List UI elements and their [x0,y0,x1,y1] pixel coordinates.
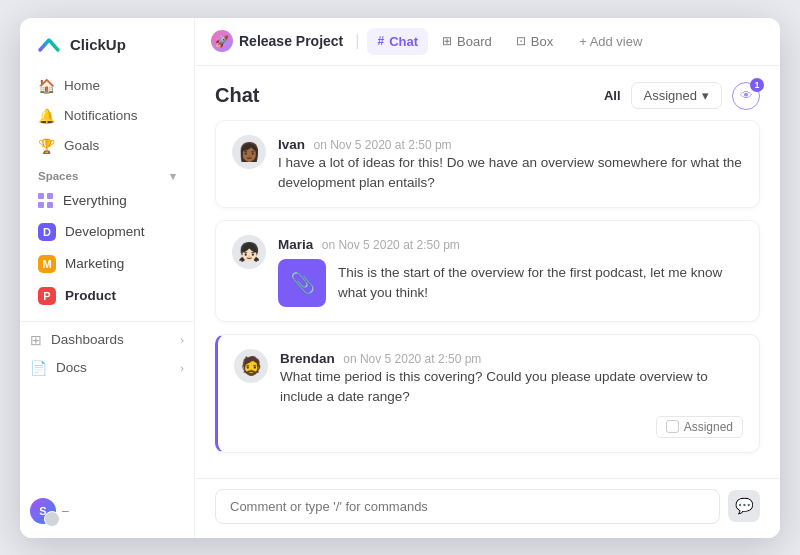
dashboards-chevron-icon: › [180,334,184,346]
sidebar-item-docs[interactable]: 📄 Docs › [20,354,194,382]
sidebar-item-development[interactable]: D Development [28,217,186,247]
development-badge: D [38,223,56,241]
home-icon: 🏠 [38,78,55,94]
project-badge: 🚀 Release Project [211,30,343,52]
avatar-small [44,511,60,527]
send-button[interactable]: 💬 [728,490,760,522]
sidebar: ClickUp 🏠 Home 🔔 Notifications 🏆 Goals S… [20,18,195,538]
add-view-button[interactable]: + Add view [569,29,652,54]
msg2-author: Maria [278,237,313,252]
logo-text: ClickUp [70,36,126,53]
project-name: Release Project [239,33,343,49]
msg3-content: Brendan on Nov 5 2020 at 2:50 pm What ti… [280,349,743,438]
chat-header: Chat All Assigned ▾ 👁 1 [195,66,780,120]
msg3-author: Brendan [280,351,335,366]
chevron-down-icon: ▾ [170,170,176,183]
sidebar-item-notifications-label: Notifications [64,108,138,123]
dashboards-icon: ⊞ [30,332,42,348]
logo-icon [36,32,62,58]
chat-title: Chat [215,84,259,107]
attachment-icon: 📎 [290,271,315,295]
eye-button[interactable]: 👁 1 [732,82,760,110]
tab-chat[interactable]: # Chat [367,28,428,55]
board-tab-icon: ⊞ [442,34,452,48]
ivan-avatar: 👩🏾 [232,135,266,169]
goals-icon: 🏆 [38,138,55,154]
eye-badge: 1 [750,78,764,92]
avatar: S [30,498,56,524]
sidebar-item-everything[interactable]: Everything [28,187,186,215]
msg1-author: Ivan [278,137,305,152]
main-content: 🚀 Release Project | # Chat ⊞ Board ⊡ Box… [195,18,780,538]
msg2-text: This is the start of the overview for th… [338,263,743,304]
msg1-meta: Ivan on Nov 5 2020 at 2:50 pm [278,135,743,153]
spaces-list: Everything D Development M Marketing P [20,187,194,311]
add-view-label: + Add view [579,34,642,49]
space-product-label: Product [65,288,116,303]
assigned-checkbox [666,420,679,433]
sidebar-item-goals-label: Goals [64,138,99,153]
tab-divider: | [355,32,359,50]
sidebar-item-home-label: Home [64,78,100,93]
msg2-time: on Nov 5 2020 at 2:50 pm [322,238,460,252]
tab-box[interactable]: ⊡ Box [506,28,563,55]
sidebar-item-marketing[interactable]: M Marketing [28,249,186,279]
msg3-assigned-row: Assigned [280,416,743,438]
tab-box-label: Box [531,34,553,49]
docs-chevron-icon: › [180,362,184,374]
chat-area: Chat All Assigned ▾ 👁 1 👩🏾 [195,66,780,538]
assigned-filter-button[interactable]: Assigned ▾ [631,82,722,109]
sidebar-item-home[interactable]: 🏠 Home [28,72,186,100]
msg1-content: Ivan on Nov 5 2020 at 2:50 pm I have a l… [278,135,743,194]
topbar: 🚀 Release Project | # Chat ⊞ Board ⊡ Box… [195,18,780,66]
comment-input[interactable] [215,489,720,524]
message-card: 👩🏾 Ivan on Nov 5 2020 at 2:50 pm I have … [215,120,760,209]
sidebar-item-goals[interactable]: 🏆 Goals [28,132,186,160]
msg3-meta: Brendan on Nov 5 2020 at 2:50 pm [280,349,743,367]
filter-all-button[interactable]: All [604,88,621,103]
eye-icon: 👁 [740,88,753,103]
logo-area: ClickUp [20,32,194,72]
project-icon: 🚀 [211,30,233,52]
assigned-tag-button[interactable]: Assigned [656,416,743,438]
user-name: – [62,504,69,518]
marketing-badge: M [38,255,56,273]
assigned-label: Assigned [684,420,733,434]
send-icon: 💬 [735,497,754,515]
product-badge: P [38,287,56,305]
sidebar-item-dashboards[interactable]: ⊞ Dashboards › [20,326,194,354]
msg1-time: on Nov 5 2020 at 2:50 pm [313,138,451,152]
msg3-text: What time period is this covering? Could… [280,367,743,408]
chat-header-right: All Assigned ▾ 👁 1 [604,82,760,110]
everything-icon [38,193,54,209]
sidebar-item-notifications[interactable]: 🔔 Notifications [28,102,186,130]
message-card: 👧🏻 Maria on Nov 5 2020 at 2:50 pm 📎 This… [215,220,760,322]
tab-board[interactable]: ⊞ Board [432,28,502,55]
box-tab-icon: ⊡ [516,34,526,48]
messages-list: 👩🏾 Ivan on Nov 5 2020 at 2:50 pm I have … [195,120,780,478]
maria-avatar: 👧🏻 [232,235,266,269]
brendan-avatar: 🧔 [234,349,268,383]
chat-tab-icon: # [377,34,384,48]
space-development-label: Development [65,224,145,239]
space-everything-label: Everything [63,193,127,208]
spaces-section-label: Spaces ▾ [20,160,194,187]
tab-board-label: Board [457,34,492,49]
attachment-thumbnail: 📎 [278,259,326,307]
sidebar-nav: 🏠 Home 🔔 Notifications 🏆 Goals [20,72,194,160]
sidebar-item-product[interactable]: P Product [28,281,186,311]
message-card: 🧔 Brendan on Nov 5 2020 at 2:50 pm What … [215,334,760,453]
msg2-content: Maria on Nov 5 2020 at 2:50 pm 📎 This is… [278,235,743,307]
user-area[interactable]: S – [20,490,194,528]
comment-bar: 💬 [195,478,780,538]
app-window: ClickUp 🏠 Home 🔔 Notifications 🏆 Goals S… [20,18,780,538]
msg2-meta: Maria on Nov 5 2020 at 2:50 pm [278,235,743,253]
docs-icon: 📄 [30,360,47,376]
space-marketing-label: Marketing [65,256,124,271]
msg3-time: on Nov 5 2020 at 2:50 pm [343,352,481,366]
msg1-text: I have a lot of ideas for this! Do we ha… [278,153,743,194]
tab-chat-label: Chat [389,34,418,49]
bell-icon: 🔔 [38,108,55,124]
msg2-attachment: 📎 This is the start of the overview for … [278,259,743,307]
chevron-icon: ▾ [702,88,709,103]
